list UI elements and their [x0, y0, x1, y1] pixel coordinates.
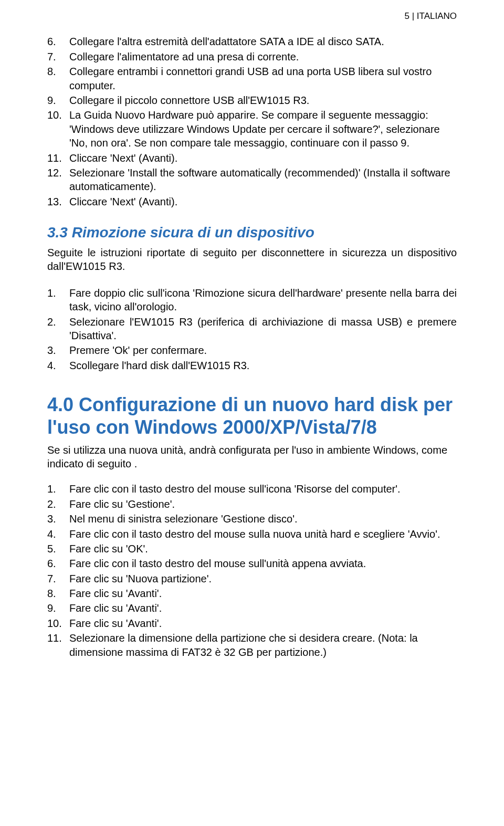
- item-text: Fare clic su 'Avanti'.: [69, 601, 457, 615]
- item-text: Fare clic con il tasto destro del mouse …: [69, 557, 457, 570]
- chapter-title-4-0: 4.0 Configurazione di un nuovo hard disk…: [47, 393, 457, 438]
- item-text: Selezionare 'Install the software automa…: [69, 166, 457, 194]
- item-text: Fare doppio clic sull'icona 'Rimozione s…: [69, 286, 457, 314]
- list-item: 1.Fare doppio clic sull'icona 'Rimozione…: [47, 286, 457, 314]
- item-number: 8.: [47, 587, 69, 600]
- item-number: 1.: [47, 482, 69, 496]
- list-item: 3.Premere 'Ok' per confermare.: [47, 343, 457, 357]
- item-number: 9.: [47, 601, 69, 615]
- item-number: 3.: [47, 343, 69, 357]
- item-number: 11.: [47, 151, 69, 165]
- list-item: 1.Fare clic con il tasto destro del mous…: [47, 482, 457, 496]
- list-item: 4.Scollegare l'hard disk dall'EW1015 R3.: [47, 359, 457, 372]
- list-item: 6.Fare clic con il tasto destro del mous…: [47, 557, 457, 570]
- list-item: 8.Collegare entrambi i connettori grandi…: [47, 65, 457, 92]
- item-number: 10.: [47, 616, 69, 630]
- item-number: 7.: [47, 50, 69, 64]
- item-number: 2.: [47, 497, 69, 511]
- item-text: Collegare l'alimentatore ad una presa di…: [69, 50, 457, 64]
- item-number: 6.: [47, 557, 69, 570]
- item-number: 10.: [47, 108, 69, 150]
- list-item: 2.Fare clic su 'Gestione'.: [47, 497, 457, 511]
- list-item: 9.Fare clic su 'Avanti'.: [47, 601, 457, 615]
- item-number: 6.: [47, 35, 69, 48]
- document-page: 5 | ITALIANO 6.Collegare l'altra estremi…: [0, 0, 504, 826]
- list-item: 7.Fare clic su 'Nuova partizione'.: [47, 572, 457, 585]
- item-text: Scollegare l'hard disk dall'EW1015 R3.: [69, 359, 457, 372]
- steps-list-4-0: 1.Fare clic con il tasto destro del mous…: [47, 482, 457, 659]
- item-text: Fare clic su 'Gestione'.: [69, 497, 457, 511]
- item-number: 2.: [47, 315, 69, 343]
- item-text: Selezionare l'EW1015 R3 (periferica di a…: [69, 315, 457, 343]
- section-3-3-intro: Seguite le istruzioni riportate di segui…: [47, 246, 457, 274]
- item-number: 4.: [47, 527, 69, 541]
- item-text: Collegare il piccolo connettore USB all'…: [69, 93, 457, 107]
- item-text: Cliccare 'Next' (Avanti).: [69, 195, 457, 208]
- item-text: Premere 'Ok' per confermare.: [69, 343, 457, 357]
- list-item: 11.Selezionare la dimensione della parti…: [47, 631, 457, 659]
- item-number: 7.: [47, 572, 69, 585]
- item-text: Fare clic su 'Avanti'.: [69, 616, 457, 630]
- section-title-3-3: 3.3 Rimozione sicura di un dispositivo: [47, 223, 457, 243]
- item-text: Fare clic su 'OK'.: [69, 542, 457, 556]
- chapter-4-0-intro: Se si utilizza una nuova unità, andrà co…: [47, 443, 457, 471]
- item-number: 9.: [47, 93, 69, 107]
- list-item: 10.La Guida Nuovo Hardware può apparire.…: [47, 108, 457, 150]
- item-number: 8.: [47, 65, 69, 92]
- list-item: 6.Collegare l'altra estremità dell'adatt…: [47, 35, 457, 48]
- list-item: 7.Collegare l'alimentatore ad una presa …: [47, 50, 457, 64]
- list-item: 3.Nel menu di sinistra selezionare 'Gest…: [47, 512, 457, 526]
- item-text: Fare clic con il tasto destro del mouse …: [69, 527, 457, 541]
- item-text: Cliccare 'Next' (Avanti).: [69, 151, 457, 165]
- item-text: Fare clic con il tasto destro del mouse …: [69, 482, 457, 496]
- item-text: Fare clic su 'Nuova partizione'.: [69, 572, 457, 585]
- list-item: 5.Fare clic su 'OK'.: [47, 542, 457, 556]
- steps-list-3-3: 1.Fare doppio clic sull'icona 'Rimozione…: [47, 286, 457, 372]
- item-number: 3.: [47, 512, 69, 526]
- steps-list-prev: 6.Collegare l'altra estremità dell'adatt…: [47, 35, 457, 208]
- item-number: 1.: [47, 286, 69, 314]
- list-item: 2.Selezionare l'EW1015 R3 (periferica di…: [47, 315, 457, 343]
- item-number: 13.: [47, 195, 69, 208]
- list-item: 8.Fare clic su 'Avanti'.: [47, 587, 457, 600]
- item-text: Selezionare la dimensione della partizio…: [69, 631, 457, 659]
- list-item: 12.Selezionare 'Install the software aut…: [47, 166, 457, 194]
- item-number: 11.: [47, 631, 69, 659]
- item-text: Collegare l'altra estremità dell'adattat…: [69, 35, 457, 48]
- item-number: 12.: [47, 166, 69, 194]
- item-number: 4.: [47, 359, 69, 372]
- item-text: Collegare entrambi i connettori grandi U…: [69, 65, 457, 92]
- item-number: 5.: [47, 542, 69, 556]
- list-item: 13.Cliccare 'Next' (Avanti).: [47, 195, 457, 208]
- item-text: La Guida Nuovo Hardware può apparire. Se…: [69, 108, 457, 150]
- list-item: 4.Fare clic con il tasto destro del mous…: [47, 527, 457, 541]
- list-item: 11.Cliccare 'Next' (Avanti).: [47, 151, 457, 165]
- item-text: Nel menu di sinistra selezionare 'Gestio…: [69, 512, 457, 526]
- list-item: 9.Collegare il piccolo connettore USB al…: [47, 93, 457, 107]
- item-text: Fare clic su 'Avanti'.: [69, 587, 457, 600]
- list-item: 10.Fare clic su 'Avanti'.: [47, 616, 457, 630]
- page-header: 5 | ITALIANO: [47, 11, 457, 22]
